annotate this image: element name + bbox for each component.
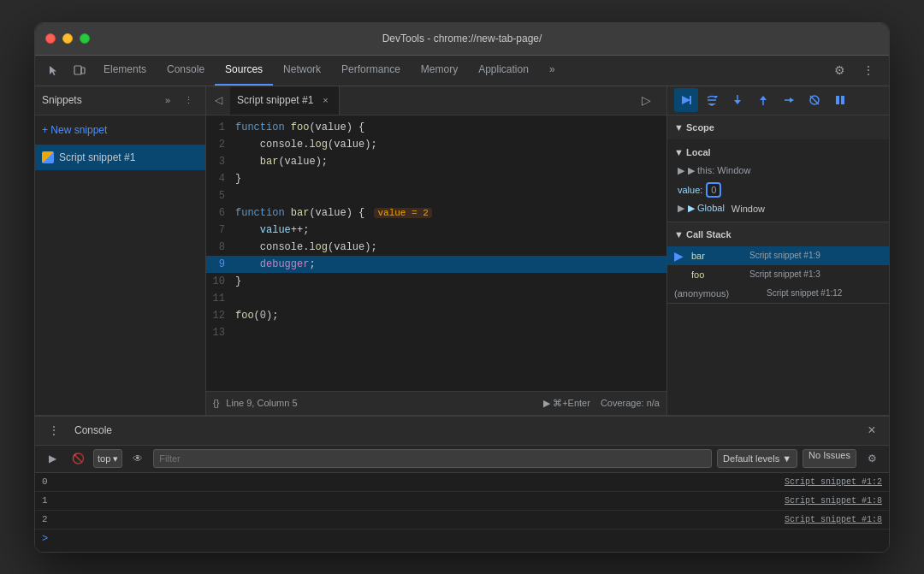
value-key: value: bbox=[678, 185, 702, 195]
tab-elements[interactable]: Elements bbox=[93, 55, 157, 86]
coverage-label: Coverage: n/a bbox=[601, 398, 660, 408]
this-item[interactable]: ▶ ▶ this: Window bbox=[674, 162, 882, 180]
default-levels-label: Default levels ▼ bbox=[723, 453, 791, 464]
default-levels-button[interactable]: Default levels ▼ bbox=[717, 449, 797, 468]
editor-tab[interactable]: Script snippet #1 × bbox=[230, 86, 340, 115]
console-filter-input[interactable] bbox=[153, 449, 712, 468]
editor-panel: ◁ Script snippet #1 × ▷ 1 function foo(v… bbox=[206, 86, 666, 415]
svg-marker-12 bbox=[790, 98, 794, 103]
step-over-btn[interactable] bbox=[700, 88, 724, 112]
new-snippet-button[interactable]: + New snippet bbox=[35, 115, 205, 145]
device-icon[interactable] bbox=[68, 58, 92, 82]
global-key: ▶ Global bbox=[688, 203, 725, 214]
value-highlight: 0 bbox=[706, 182, 721, 198]
traffic-lights bbox=[45, 33, 90, 44]
console-close-button[interactable]: × bbox=[862, 420, 882, 441]
console-value-2: 2 bbox=[42, 514, 59, 524]
sidebar-options-icon[interactable]: ⋮ bbox=[178, 90, 198, 110]
devtools-window: DevTools - chrome://new-tab-page/ Elemen… bbox=[34, 22, 890, 553]
status-bar-right: ▶ ⌘+Enter Coverage: n/a bbox=[543, 398, 660, 409]
step-btn[interactable] bbox=[777, 88, 801, 112]
local-header[interactable]: ▼ Local bbox=[674, 143, 882, 162]
settings-icon[interactable]: ⚙ bbox=[827, 58, 851, 82]
prompt-symbol: > bbox=[42, 533, 48, 545]
svg-rect-0 bbox=[74, 66, 81, 74]
console-row-2: 2 Script snippet #1:8 bbox=[35, 511, 889, 530]
scope-content: ▼ Local ▶ ▶ this: Window value: 0 bbox=[667, 139, 889, 222]
cursor-icon[interactable] bbox=[42, 58, 66, 82]
value-item[interactable]: value: 0 bbox=[674, 180, 882, 199]
tab-application[interactable]: Application bbox=[468, 55, 539, 86]
svg-marker-6 bbox=[708, 104, 716, 106]
snippet-icon bbox=[42, 151, 54, 163]
code-line-11: 11 bbox=[206, 290, 666, 307]
console-toolbar: ▶ 🚫 top ▾ 👁 Default levels ▼ No Issues ⚙ bbox=[35, 446, 889, 473]
step-into-btn[interactable] bbox=[726, 88, 749, 112]
format-icon[interactable]: ▷ bbox=[634, 88, 658, 112]
code-line-3: 3 bar(value); bbox=[206, 153, 666, 170]
new-snippet-label: + New snippet bbox=[42, 124, 107, 136]
console-run-icon[interactable]: ▶ bbox=[42, 448, 62, 469]
maximize-button[interactable] bbox=[80, 33, 90, 44]
callstack-section: ▼ Call Stack ▶ bar Script snippet #1:9 ▶… bbox=[667, 222, 889, 304]
snippet-name: Script snippet #1 bbox=[59, 151, 135, 163]
snippet-item[interactable]: Script snippet #1 bbox=[35, 145, 205, 170]
content-area: Snippets » ⋮ + New snippet Script snippe… bbox=[35, 86, 889, 415]
svg-rect-16 bbox=[841, 96, 844, 104]
scope-title: ▼ Scope bbox=[674, 122, 714, 133]
tab-sources[interactable]: Sources bbox=[215, 55, 273, 86]
svg-marker-10 bbox=[760, 96, 767, 100]
minimize-button[interactable] bbox=[62, 33, 73, 44]
more-options-icon[interactable]: ⋮ bbox=[856, 58, 880, 82]
console-link-2[interactable]: Script snippet #1:8 bbox=[785, 515, 882, 524]
this-label: ▶ this: Window bbox=[688, 165, 750, 176]
console-row-1: 1 Script snippet #1:8 bbox=[35, 492, 889, 511]
global-item[interactable]: ▶ ▶ Global Window bbox=[674, 199, 882, 218]
console-value-0: 0 bbox=[42, 476, 59, 487]
callstack-frame-anon[interactable]: (anonymous) Script snippet #1:12 bbox=[667, 284, 889, 303]
tab-console[interactable]: Console bbox=[157, 55, 215, 86]
console-prompt[interactable]: > bbox=[35, 530, 889, 548]
code-area[interactable]: 1 function foo(value) { 2 console.log(va… bbox=[206, 115, 666, 391]
resume-btn[interactable] bbox=[674, 88, 698, 112]
callstack-title: ▼ Call Stack bbox=[674, 229, 732, 240]
devtools-tab-bar: Elements Console Sources Network Perform… bbox=[35, 56, 889, 86]
code-line-9: 9 debugger; bbox=[206, 256, 666, 273]
value-val: 0 bbox=[711, 185, 716, 195]
console-menu-icon[interactable]: ⋮ bbox=[42, 418, 66, 442]
run-label[interactable]: ▶ ⌘+Enter bbox=[543, 398, 590, 409]
editor-tab-label: Script snippet #1 bbox=[237, 94, 313, 106]
scope-section: ▼ Scope ▼ Local ▶ ▶ this: Window value: bbox=[667, 115, 889, 222]
code-line-5: 5 bbox=[206, 187, 666, 204]
tab-network[interactable]: Network bbox=[273, 55, 331, 86]
scope-header[interactable]: ▼ Scope bbox=[667, 115, 889, 139]
code-line-13: 13 bbox=[206, 324, 666, 341]
svg-marker-8 bbox=[734, 100, 741, 104]
tab-more[interactable]: » bbox=[539, 55, 566, 86]
svg-rect-3 bbox=[690, 96, 691, 104]
console-header: ⋮ Console × bbox=[35, 417, 889, 446]
step-out-btn[interactable] bbox=[751, 88, 775, 112]
sidebar-header: Snippets » ⋮ bbox=[35, 86, 205, 115]
pause-btn[interactable] bbox=[828, 88, 852, 112]
console-eye-icon[interactable]: 👁 bbox=[127, 448, 148, 469]
tab-performance[interactable]: Performance bbox=[331, 55, 411, 86]
console-panel: ⋮ Console × ▶ 🚫 top ▾ 👁 Default levels ▼… bbox=[35, 415, 889, 552]
no-issues-button[interactable]: No Issues bbox=[803, 449, 856, 468]
console-block-icon[interactable]: 🚫 bbox=[68, 448, 88, 469]
console-link-0[interactable]: Script snippet #1:2 bbox=[785, 477, 882, 487]
callstack-frame-foo[interactable]: ▶ foo Script snippet #1:3 bbox=[667, 265, 889, 284]
sidebar-more-icon[interactable]: » bbox=[157, 90, 178, 110]
nav-back-icon[interactable]: ◁ bbox=[206, 86, 230, 115]
devtools-right-icons: ⚙ ⋮ bbox=[827, 58, 882, 82]
close-button[interactable] bbox=[45, 33, 56, 44]
deactivate-btn[interactable] bbox=[803, 88, 826, 112]
title-bar: DevTools - chrome://new-tab-page/ bbox=[35, 23, 889, 56]
close-tab-icon[interactable]: × bbox=[318, 93, 332, 107]
top-selector[interactable]: top ▾ bbox=[93, 449, 122, 468]
console-link-1[interactable]: Script snippet #1:8 bbox=[785, 496, 882, 506]
callstack-frame-bar[interactable]: ▶ bar Script snippet #1:9 bbox=[667, 246, 889, 265]
console-settings-icon[interactable]: ⚙ bbox=[862, 448, 882, 469]
callstack-header[interactable]: ▼ Call Stack bbox=[667, 222, 889, 246]
tab-memory[interactable]: Memory bbox=[411, 55, 468, 86]
